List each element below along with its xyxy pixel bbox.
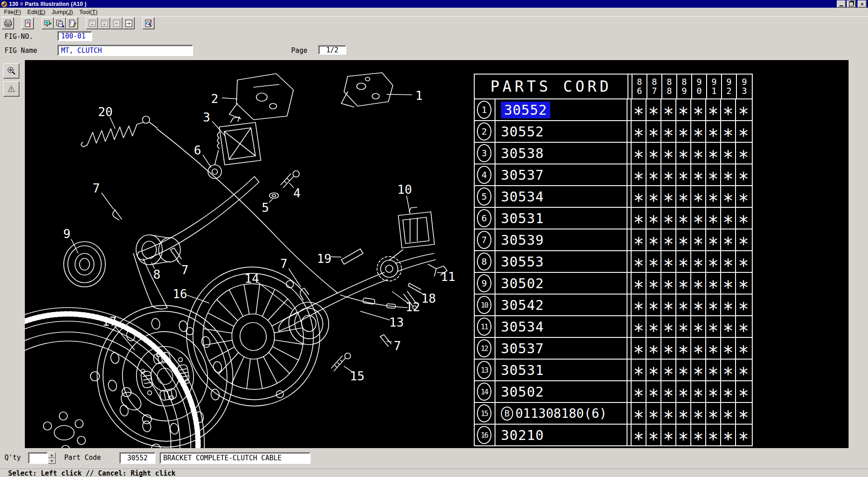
applicability-mark: * (708, 277, 718, 298)
callout-number-7[interactable]: 7 (93, 181, 100, 195)
part-code-cell[interactable]: 30537 (495, 338, 627, 359)
parts-list-button[interactable]: ! (22, 17, 34, 29)
part-code-cell[interactable]: 30531 (495, 360, 627, 380)
page-edit-button[interactable]: ! (66, 17, 78, 29)
callout-number-9[interactable]: 9 (63, 227, 71, 241)
illustration-canvas[interactable]: 1232064579871019714161112181317715 PARTS… (25, 60, 849, 448)
applicability-mark: * (633, 386, 644, 407)
page-forward-button[interactable] (123, 17, 135, 29)
release-bearing-14-drawing (286, 299, 332, 348)
part-code-cell[interactable]: 30210 (495, 425, 627, 445)
part-code-cell[interactable]: 30552 (495, 99, 627, 120)
table-gap (627, 295, 632, 315)
detail-search-button[interactable]: ! (142, 17, 155, 29)
applicability-mark: * (663, 169, 674, 190)
close-button[interactable]: × (858, 0, 867, 8)
qty-up-button[interactable]: ▲ (48, 452, 56, 458)
screen-copy-button[interactable] (42, 17, 54, 29)
fig-name-field[interactable]: MT, CLUTCH (57, 45, 193, 56)
row-number-badge: 12 (477, 339, 491, 357)
circled-prefix: B (501, 407, 513, 421)
callout-number-6[interactable]: 6 (194, 143, 201, 157)
applicability-mark: * (663, 104, 674, 125)
callout-leader-1 (387, 94, 412, 95)
zoom-button[interactable] (3, 63, 19, 79)
parts-row-1[interactable]: 130552******** (475, 98, 752, 120)
callout-number-11[interactable]: 11 (441, 270, 456, 284)
part-name-field[interactable]: BRACKET COMPLETE-CLUTCH CABLE (160, 452, 311, 464)
part-code-cell[interactable]: 30538 (495, 143, 627, 164)
part-code-cell[interactable]: 30534 (495, 316, 627, 337)
callout-number-5[interactable]: 5 (262, 201, 269, 215)
part-code-cell[interactable]: 30534 (495, 186, 627, 207)
applicability-mark: * (693, 299, 703, 320)
year-column-92: 92 (722, 75, 737, 98)
minimize-button[interactable] (837, 0, 846, 8)
callout-number-15[interactable]: 15 (350, 369, 365, 383)
applicability-mark: * (678, 126, 689, 146)
row-number-badge: 10 (477, 296, 491, 314)
menu-jump[interactable]: Jump(J) (49, 8, 77, 16)
applicability-mark: * (678, 429, 689, 448)
close-icon: × (861, 2, 863, 6)
callout-number-13[interactable]: 13 (389, 315, 404, 329)
part-code-cell[interactable]: 30542 (495, 295, 627, 315)
applicability-mark: * (648, 169, 659, 190)
part-code-cell[interactable]: 30553 (495, 251, 627, 272)
applicability-mark: * (708, 321, 718, 341)
applicability-mark: * (663, 147, 674, 168)
print-button[interactable] (2, 17, 14, 29)
applicability-mark: * (663, 321, 674, 341)
callout-number-2[interactable]: 2 (211, 92, 218, 106)
svg-text:!: ! (28, 21, 30, 28)
callout-number-14[interactable]: 14 (245, 271, 259, 285)
callout-number-3[interactable]: 3 (203, 110, 210, 124)
menu-file[interactable]: File(F) (2, 8, 25, 16)
menu-edit[interactable]: Edit(E) (25, 8, 50, 16)
qty-input[interactable] (28, 452, 48, 464)
callout-number-16[interactable]: 16 (173, 287, 188, 301)
year-column-91: 91 (707, 75, 722, 98)
menu-tool[interactable]: Tool(T) (77, 8, 101, 16)
part-code-cell[interactable]: 30537 (495, 164, 627, 185)
callout-number-10[interactable]: 10 (397, 182, 412, 196)
part-code-cell[interactable]: B011308180(6) (495, 403, 627, 424)
callout-number-7[interactable]: 7 (394, 339, 401, 353)
part-code-text: 30534 (501, 189, 544, 205)
toolbar-group: FIG! (42, 17, 78, 29)
part-code-text: 30534 (501, 319, 544, 335)
washer-5-drawing (269, 193, 278, 198)
part-code-cell[interactable]: 30502 (495, 273, 627, 294)
page-edit-icon: ! (68, 19, 77, 28)
fig-no-field[interactable]: 100-01 (57, 31, 92, 41)
applicability-mark: * (722, 429, 733, 448)
part-code-field[interactable]: 30552 (119, 452, 156, 464)
row-number-badge: 5 (477, 187, 491, 206)
callout-number-7[interactable]: 7 (280, 257, 288, 271)
applicability-mark: * (648, 191, 659, 211)
callout-number-18[interactable]: 18 (421, 291, 436, 305)
applicability-cell-91: * (706, 99, 721, 120)
callout-number-4[interactable]: 4 (293, 186, 301, 200)
applicability-mark: * (648, 429, 659, 448)
callout-number-7[interactable]: 7 (181, 263, 189, 277)
table-gap (627, 360, 632, 380)
part-code-cell[interactable]: 30552 (495, 121, 627, 142)
applicability-mark: * (722, 277, 733, 298)
qty-down-button[interactable]: ▼ (48, 458, 56, 464)
callout-number-12[interactable]: 12 (406, 300, 420, 314)
applicability-mark: * (693, 147, 703, 168)
callout-number-8[interactable]: 8 (153, 267, 160, 281)
fig-select-button[interactable]: FIG (54, 17, 66, 29)
fig-name-label: FIG Name (5, 47, 37, 55)
part-code-cell[interactable]: 30539 (495, 229, 627, 250)
applicability-mark: * (663, 126, 674, 146)
applicability-mark: * (693, 342, 703, 363)
part-code-cell[interactable]: 30531 (495, 208, 627, 229)
callout-number-17[interactable]: 17 (102, 314, 117, 328)
callout-number-19[interactable]: 19 (317, 252, 332, 266)
callout-number-1[interactable]: 1 (415, 89, 423, 103)
callout-number-20[interactable]: 20 (98, 105, 113, 119)
part-code-cell[interactable]: 30502 (495, 381, 627, 402)
restore-button[interactable] (847, 0, 856, 8)
